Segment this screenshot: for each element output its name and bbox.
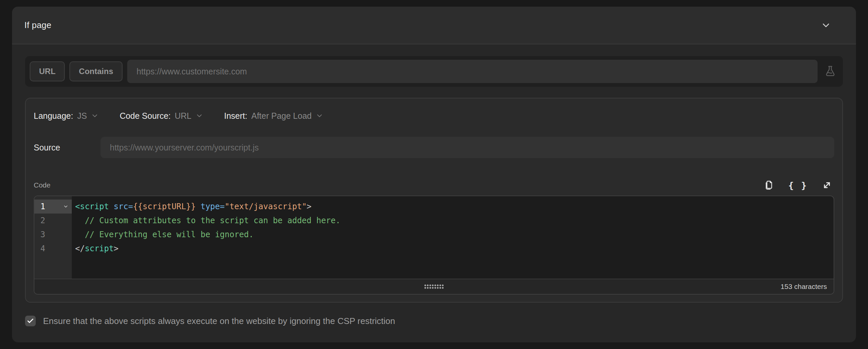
editor-code[interactable]: <script src={{scriptURL}} type="text/jav… [72,199,834,279]
chevron-down-icon [91,112,99,121]
code-editor[interactable]: 1234 <script src={{scriptURL}} type="tex… [34,195,834,295]
url-value-input[interactable] [127,60,817,83]
check-icon [27,317,34,325]
fold-chevron-icon[interactable] [63,204,68,209]
insert-value: After Page Load [251,111,312,121]
code-header: Code { } [34,176,832,191]
copy-icon[interactable] [764,180,774,191]
gutter-line-3: 3 [34,227,72,242]
card-header: If page [12,7,856,44]
language-value: JS [77,111,87,121]
condition-bar: URL Contains [25,56,843,87]
if-page-card: If page URL Contains Language: [12,7,856,342]
language-dropdown[interactable]: Language: JS [34,111,99,121]
gutter-line-4: 4 [34,242,72,256]
code-line-3[interactable]: // Everything else will be ignored. [72,227,834,242]
source-row: Source [34,137,834,158]
code-source-dropdown[interactable]: Code Source: URL [120,111,203,121]
contains-operator-button[interactable]: Contains [69,61,123,82]
chevron-down-icon [195,112,203,121]
chevron-down-icon [315,112,323,121]
code-line-2[interactable]: // Custom attributes to the script can b… [72,214,834,227]
code-source-label: Code Source: [120,111,170,121]
expand-icon[interactable] [822,180,832,191]
editor-gutter: 1234 [34,196,72,279]
char-count: 153 characters [780,279,827,294]
source-url-input[interactable] [100,137,834,158]
code-line-1[interactable]: <script src={{scriptURL}} type="text/jav… [72,199,834,214]
code-source-value: URL [175,111,191,121]
code-label: Code [34,181,51,191]
gutter-line-1: 1 [34,199,72,214]
script-panel: Language: JS Code Source: URL Insert: Af… [25,98,843,303]
gutter-line-2: 2 [34,214,72,227]
test-rule-button[interactable] [817,65,843,78]
source-label: Source [34,143,100,153]
code-toolbar: { } [764,180,832,191]
resize-handle[interactable] [424,284,444,289]
url-field-button[interactable]: URL [30,61,65,82]
collapse-chevron-icon[interactable] [820,20,831,31]
csp-checkbox[interactable] [25,316,36,326]
editor-footer: 153 characters [34,279,834,294]
code-line-4[interactable]: </script> [72,242,834,256]
script-options-row: Language: JS Code Source: URL Insert: Af… [34,106,323,126]
insert-label: Insert: [224,111,247,121]
language-label: Language: [34,111,73,121]
csp-row: Ensure that the above scripts always exe… [25,314,395,328]
insert-dropdown[interactable]: Insert: After Page Load [224,111,323,121]
page-title: If page [24,20,52,30]
braces-icon[interactable]: { } [788,180,808,191]
csp-checkbox-label: Ensure that the above scripts always exe… [43,316,395,326]
page-background: If page URL Contains Language: [0,0,868,349]
flask-icon [824,65,837,78]
